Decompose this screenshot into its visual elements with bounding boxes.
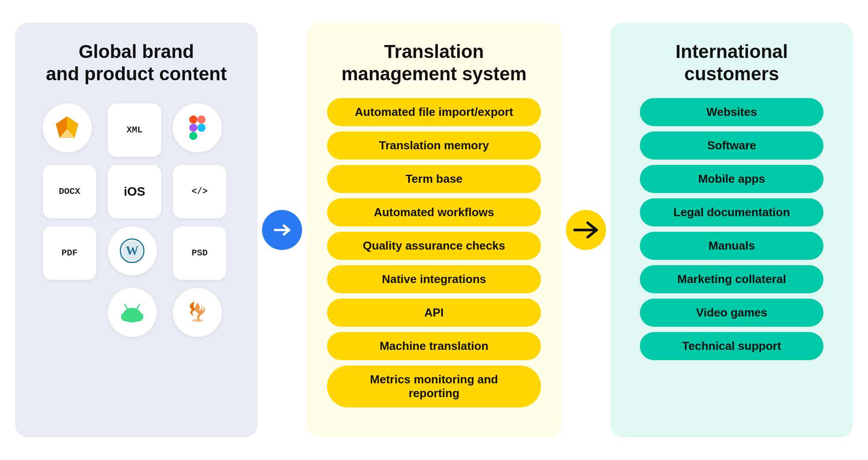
pill-metrics: Metrics monitoring and reporting bbox=[327, 366, 540, 407]
pdf-label: PDF bbox=[61, 248, 78, 258]
right-title: Internationalcustomers bbox=[676, 41, 788, 86]
svg-rect-20 bbox=[121, 314, 124, 320]
docx-label: DOCX bbox=[59, 186, 80, 197]
green-pill-manuals: Manuals bbox=[640, 232, 823, 260]
xml-file-item: XML bbox=[108, 103, 161, 157]
sketch-icon-item bbox=[43, 103, 92, 152]
green-pill-technical-support: Technical support bbox=[640, 332, 823, 360]
psd-label: PSD bbox=[192, 248, 208, 258]
pill-quality-assurance: Quality assurance checks bbox=[327, 232, 540, 260]
svg-rect-7 bbox=[197, 124, 205, 132]
wordpress-icon-item: W bbox=[108, 226, 157, 275]
green-pill-marketing-collateral: Marketing collateral bbox=[640, 265, 823, 293]
left-panel: Global brandand product content XML bbox=[15, 23, 258, 437]
svg-point-22 bbox=[191, 319, 203, 322]
pill-machine-translation: Machine translation bbox=[327, 332, 540, 360]
figma-icon bbox=[186, 115, 209, 140]
right-arrow-icon-2 bbox=[573, 221, 598, 239]
pill-native-integrations: Native integrations bbox=[327, 265, 540, 293]
xml-label: XML bbox=[127, 125, 143, 135]
right-arrow-circle bbox=[566, 210, 606, 250]
left-arrow-circle bbox=[262, 210, 302, 250]
svg-text:W: W bbox=[126, 244, 139, 258]
psd-file-item: PSD bbox=[173, 226, 226, 280]
docx-file-item: DOCX bbox=[43, 165, 96, 218]
pill-api: API bbox=[327, 299, 540, 327]
java-icon-item bbox=[173, 288, 222, 337]
svg-rect-17 bbox=[126, 309, 139, 317]
file-grid: XML DOCX iOS </ bbox=[43, 103, 230, 341]
figma-icon-item bbox=[173, 103, 222, 152]
right-arrow-icon bbox=[271, 219, 293, 241]
pill-term-base: Term base bbox=[327, 165, 540, 193]
left-arrow-connector bbox=[258, 23, 307, 437]
wordpress-icon: W bbox=[120, 238, 144, 263]
java-icon bbox=[186, 300, 209, 324]
green-pill-websites: Websites bbox=[640, 98, 823, 126]
svg-line-19 bbox=[137, 304, 140, 308]
pill-automated-workflows: Automated workflows bbox=[327, 198, 540, 226]
ios-label: iOS bbox=[124, 185, 145, 199]
blank-spacer bbox=[43, 288, 96, 341]
sketch-icon bbox=[55, 115, 79, 140]
green-pill-video-games: Video games bbox=[640, 299, 823, 327]
android-icon bbox=[120, 300, 144, 324]
ios-file-item: iOS bbox=[108, 165, 161, 218]
svg-rect-5 bbox=[197, 115, 205, 123]
svg-rect-4 bbox=[189, 115, 197, 123]
svg-line-18 bbox=[125, 304, 127, 308]
code-label: </> bbox=[192, 186, 208, 197]
green-pill-legal-documentation: Legal documentation bbox=[640, 198, 823, 226]
green-pill-list: Websites Software Mobile apps Legal docu… bbox=[624, 98, 839, 360]
svg-rect-6 bbox=[189, 124, 197, 132]
green-pill-software: Software bbox=[640, 131, 823, 160]
android-icon-item bbox=[108, 288, 157, 337]
pill-list: Automated file import/export Translation… bbox=[315, 98, 553, 407]
pill-translation-memory: Translation memory bbox=[327, 131, 540, 160]
mid-panel: Translationmanagement system Automated f… bbox=[307, 23, 561, 437]
svg-rect-8 bbox=[189, 132, 197, 140]
pill-automated-file: Automated file import/export bbox=[327, 98, 540, 126]
mid-title: Translationmanagement system bbox=[341, 41, 527, 86]
right-panel: Internationalcustomers Websites Software… bbox=[610, 23, 853, 437]
main-container: Global brandand product content XML bbox=[15, 14, 853, 446]
right-arrow-connector bbox=[561, 23, 610, 437]
code-file-item: </> bbox=[173, 165, 226, 218]
pdf-file-item: PDF bbox=[43, 226, 96, 280]
green-pill-mobile-apps: Mobile apps bbox=[640, 165, 823, 193]
left-title: Global brandand product content bbox=[46, 41, 227, 86]
svg-rect-21 bbox=[140, 314, 143, 320]
